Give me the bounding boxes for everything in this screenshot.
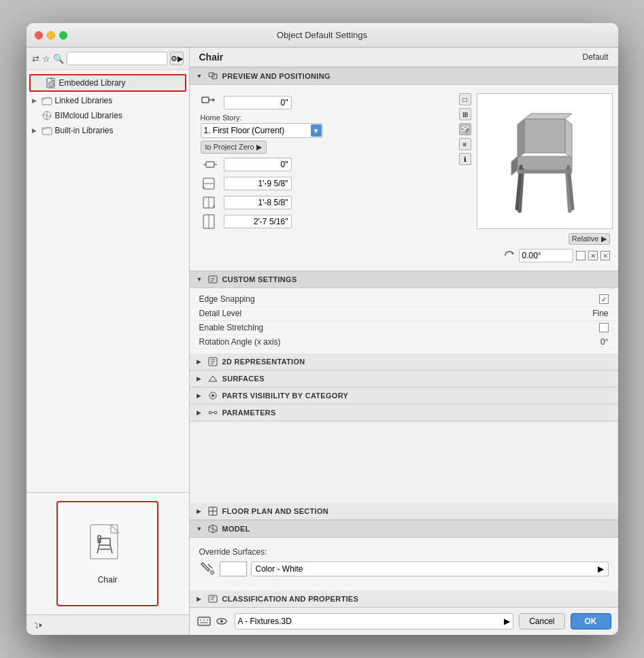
parts-arrow: ▶	[197, 392, 203, 399]
view-icon-4[interactable]: ≡	[459, 138, 471, 150]
close-button[interactable]	[35, 31, 43, 39]
detail-level-value: Fine	[592, 309, 608, 318]
nav-icon[interactable]: ⇄	[32, 52, 39, 65]
model-arrow: ▼	[197, 525, 203, 532]
color-dropdown[interactable]: Color - White ▶	[251, 561, 609, 576]
home-story-arrow[interactable]: ▼	[311, 124, 322, 137]
right-content: ▼ PREVIEW AND POSITIONING	[190, 67, 618, 607]
height-value[interactable]	[224, 215, 292, 228]
size-icon-1: ×	[201, 175, 220, 192]
tree-item-bimcloud[interactable]: BIMcloud Libraries	[27, 108, 189, 123]
paint-bucket-icon[interactable]	[199, 561, 216, 577]
size-value-2[interactable]	[224, 196, 292, 209]
svg-rect-46	[209, 595, 217, 602]
svg-point-37	[209, 411, 211, 414]
svg-rect-28	[209, 276, 217, 283]
model-section-header[interactable]: ▼ MODEL	[190, 520, 618, 538]
parts-visibility-section[interactable]: ▶ PARTS VISIBILITY BY CATEGORY	[190, 387, 618, 404]
2d-arrow: ▶	[197, 358, 203, 365]
fixture-dropdown[interactable]: A - Fixtures.3D ▶	[235, 613, 514, 629]
edge-snapping-row: Edge Snapping ✓	[190, 292, 618, 307]
tree-item-embedded[interactable]: Embedded Library	[31, 75, 185, 90]
view-icons: □ ⊞ 🎲 ≡ ℹ	[459, 93, 471, 229]
svg-text:×: ×	[202, 184, 205, 190]
home-story-dropdown-wrapper: 1. First Floor (Current) ▼	[201, 123, 323, 138]
tree-item-linked[interactable]: ▶ Linked Libraries	[27, 93, 189, 108]
left-panel: ⇄ ☆ 🔍 ⚙▶ Em	[27, 48, 190, 635]
rotation-icon	[503, 249, 516, 262]
rotation-checkbox-1[interactable]	[576, 251, 586, 260]
2d-representation-section[interactable]: ▶ 2D REPRESENTATION	[190, 353, 618, 370]
svg-rect-7	[90, 525, 118, 559]
size-value-1[interactable]	[224, 177, 292, 190]
size-row-2: ×	[195, 193, 454, 212]
model-section-title: MODEL	[222, 525, 250, 533]
svg-rect-15	[206, 162, 214, 167]
stretching-label: Enable Stretching	[199, 323, 599, 332]
parameters-icon	[207, 407, 218, 418]
color-swatch[interactable]	[220, 561, 247, 576]
custom-arrow: ▼	[197, 276, 203, 283]
floor-plan-section-title: FLOOR PLAN AND SECTION	[222, 507, 329, 515]
minimize-button[interactable]	[47, 31, 55, 39]
object-title: Chair	[199, 52, 224, 63]
stretching-checkbox[interactable]	[599, 323, 609, 332]
traffic-lights	[35, 31, 67, 39]
keyboard-icon[interactable]	[197, 614, 211, 629]
detail-level-label: Detail Level	[199, 309, 593, 318]
rotation-checkbox-2[interactable]: ✕	[588, 251, 598, 260]
height-row	[195, 212, 454, 231]
classification-section[interactable]: ▶ CLASSIFICATION AND PROPERTIES	[190, 591, 618, 607]
relative-rotation-row: Relative ▶	[569, 233, 613, 245]
fixture-label: A - Fixtures.3D	[238, 617, 292, 626]
settings-button[interactable]: ⚙▶	[170, 52, 184, 65]
preview-section-header[interactable]: ▼ PREVIEW AND POSITIONING	[190, 67, 618, 85]
position-value-2[interactable]	[224, 158, 292, 171]
floor-plan-section[interactable]: ▶ FLOOR PLAN AND SECTION	[190, 503, 618, 520]
main-window: Object Default Settings ⇄ ☆ 🔍 ⚙▶	[27, 23, 618, 635]
maximize-button[interactable]	[59, 31, 67, 39]
custom-section-header[interactable]: ▼ CUSTOM SETTINGS	[190, 271, 618, 288]
stretching-row: Enable Stretching	[190, 321, 618, 335]
search-icon[interactable]: 🔍	[53, 52, 64, 65]
bottom-left-icons	[197, 614, 229, 629]
view-icon-1[interactable]: □	[459, 93, 471, 105]
eye-icon[interactable]	[214, 614, 229, 629]
ok-button[interactable]: OK	[571, 613, 611, 629]
preview-section-title: PREVIEW AND POSITIONING	[222, 72, 331, 80]
position-icon-1	[201, 94, 220, 111]
preview-arrow: ▼	[197, 73, 203, 80]
relative-button[interactable]: Relative ▶	[569, 233, 610, 245]
title-bar: Object Default Settings	[27, 23, 618, 48]
home-story-row: Home Story: 1. First Floor (Current) ▼	[195, 112, 454, 139]
thumbnail-area: Chair	[27, 492, 189, 614]
position-value-1[interactable]	[224, 96, 292, 109]
left-bottom-toolbar: ⤵▶	[27, 614, 189, 635]
tree-item-builtin[interactable]: ▶ Built-in Libraries	[27, 123, 189, 138]
to-project-zero-button[interactable]: to Project Zero ▶	[201, 141, 267, 154]
left-bottom-icon[interactable]: ⤵▶	[32, 619, 46, 632]
home-story-select[interactable]: 1. First Floor (Current)	[201, 123, 323, 138]
view-icon-2[interactable]: ⊞	[459, 108, 471, 120]
chair-thumbnail[interactable]: Chair	[56, 501, 158, 606]
default-button[interactable]: Default	[582, 52, 608, 62]
surfaces-section[interactable]: ▶ SURFACES	[190, 370, 618, 387]
rotation-checkbox-3[interactable]: ✕	[600, 251, 610, 260]
empty-space	[190, 421, 618, 503]
model-icon	[207, 523, 218, 534]
bottom-toolbar: A - Fixtures.3D ▶ Cancel OK	[190, 607, 618, 635]
parameters-section[interactable]: ▶ PARAMETERS	[190, 404, 618, 421]
classification-section-title: CLASSIFICATION AND PROPERTIES	[222, 595, 359, 603]
edge-snapping-checkbox[interactable]: ✓	[599, 294, 609, 304]
info-icon[interactable]: ℹ	[459, 153, 471, 165]
cancel-button[interactable]: Cancel	[519, 613, 564, 629]
favorites-icon[interactable]: ☆	[42, 52, 50, 65]
2d-icon	[207, 356, 218, 367]
view-icon-3[interactable]: 🎲	[459, 123, 471, 135]
svg-rect-13	[209, 73, 214, 77]
search-input[interactable]	[67, 52, 167, 65]
svg-point-38	[214, 411, 217, 414]
override-surfaces-row: Override Surfaces:	[199, 547, 609, 557]
rotation-input[interactable]	[519, 249, 573, 262]
color-row: Color - White ▶	[199, 561, 609, 577]
